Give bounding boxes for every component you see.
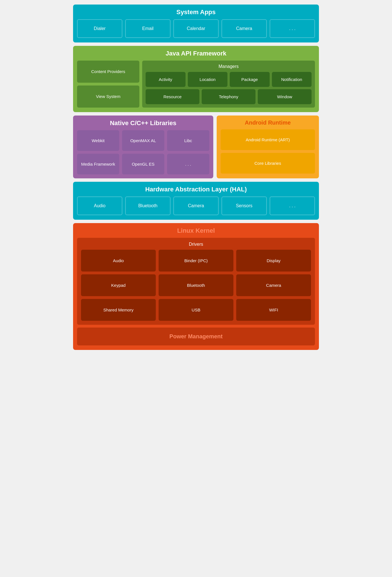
native-libs-grid: Webkit OpenMAX AL Libc Media Framework O… (77, 130, 209, 174)
driver-display: Display (236, 250, 311, 272)
native-runtime-row: Native C/C++ Libraries Webkit OpenMAX AL… (73, 116, 319, 178)
driver-bluetooth: Bluetooth (159, 274, 233, 296)
system-apps-title: System Apps (77, 8, 315, 16)
android-architecture-diagram: System Apps Dialer Email Calendar Camera… (69, 0, 323, 354)
art-grid: Android Runtime (ART) Core Libraries (221, 129, 315, 174)
power-management: Power Management (77, 328, 315, 345)
driver-audio: Audio (81, 250, 156, 272)
manager-package: Package (230, 72, 270, 87)
hal-camera: Camera (173, 196, 219, 215)
hal-bluetooth: Bluetooth (125, 196, 171, 215)
content-providers-tile: Content Providers (77, 61, 139, 83)
managers-col: Managers Activity Location Package Notif… (142, 61, 315, 108)
drivers-title: Drivers (81, 242, 311, 247)
native-webkit: Webkit (77, 130, 119, 151)
art-tile: Android Runtime (ART) (221, 129, 315, 150)
driver-shared-memory: Shared Memory (81, 299, 156, 321)
app-tile-calendar: Calendar (173, 19, 219, 38)
app-tile-dialer: Dialer (77, 19, 122, 38)
managers-grid: Activity Location Package Notification R… (146, 72, 312, 104)
linux-kernel-title: Linux Kernel (77, 227, 315, 234)
native-libs-title: Native C/C++ Libraries (77, 119, 209, 127)
driver-binder: Binder (IPC) (159, 250, 233, 272)
managers-title: Managers (146, 64, 312, 69)
manager-location: Location (188, 72, 228, 87)
hal-title: Hardware Abstraction Layer (HAL) (77, 186, 315, 193)
hal-grid: Audio Bluetooth Camera Sensors . . . (77, 196, 315, 215)
view-system-tile: View System (77, 86, 139, 108)
manager-resource: Resource (146, 89, 199, 104)
manager-window: Window (258, 89, 312, 104)
java-api-title: Java API Framework (77, 50, 315, 57)
hal-section: Hardware Abstraction Layer (HAL) Audio B… (73, 182, 319, 220)
native-libs-section: Native C/C++ Libraries Webkit OpenMAX AL… (73, 116, 213, 178)
android-runtime-section: Android Runtime Android Runtime (ART) Co… (217, 116, 319, 178)
hal-sensors: Sensors (221, 196, 267, 215)
hal-audio: Audio (77, 196, 122, 215)
driver-keypad: Keypad (81, 274, 156, 296)
app-tile-email: Email (125, 19, 171, 38)
manager-notification: Notification (272, 72, 312, 87)
system-apps-grid: Dialer Email Calendar Camera . . . (77, 19, 315, 38)
driver-camera: Camera (236, 274, 311, 296)
java-api-section: Java API Framework Content Providers Vie… (73, 46, 319, 112)
system-apps-section: System Apps Dialer Email Calendar Camera… (73, 5, 319, 42)
app-tile-more: . . . (270, 19, 315, 38)
java-api-body: Content Providers View System Managers A… (77, 61, 315, 108)
hal-more: . . . (270, 196, 315, 215)
app-tile-camera: Camera (221, 19, 267, 38)
manager-telephony: Telephony (202, 89, 255, 104)
content-providers-col: Content Providers View System (77, 61, 139, 108)
driver-usb: USB (159, 299, 233, 321)
native-libc: Libc (167, 130, 209, 151)
native-more: . . . (167, 154, 209, 174)
linux-kernel-section: Linux Kernel Drivers Audio Binder (IPC) … (73, 223, 319, 350)
driver-wifi: WIFI (236, 299, 311, 321)
drivers-box: Drivers Audio Binder (IPC) Display Keypa… (77, 238, 315, 325)
drivers-grid: Audio Binder (IPC) Display Keypad Blueto… (81, 250, 311, 321)
core-libraries-tile: Core Libraries (221, 153, 315, 174)
native-opengl: OpenGL ES (122, 154, 164, 174)
native-openmax: OpenMAX AL (122, 130, 164, 151)
native-media-framework: Media Framework (77, 154, 119, 174)
android-runtime-title: Android Runtime (221, 119, 315, 126)
manager-activity: Activity (146, 72, 186, 87)
